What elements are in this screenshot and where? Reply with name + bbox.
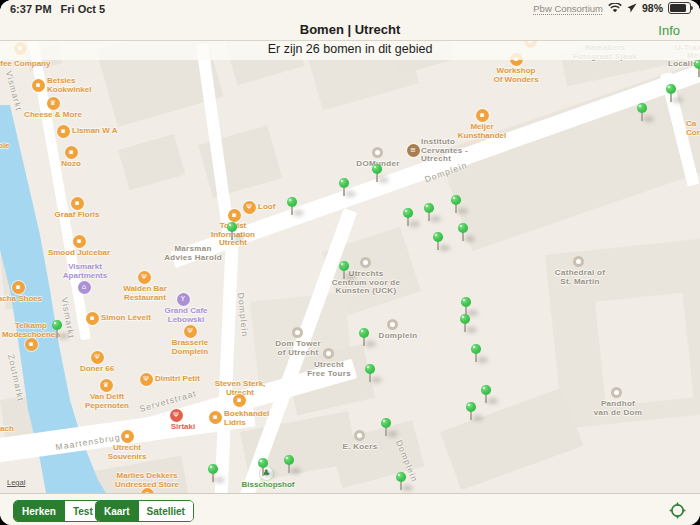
poi-e-koers-label: E. Koers bbox=[343, 443, 378, 452]
shopping-bag-icon: ▪ bbox=[12, 281, 25, 294]
restaurant-icon: Ψ bbox=[184, 325, 197, 338]
bottom-toolbar: Herken Test Kaart Satelliet bbox=[0, 493, 700, 525]
gray-donut-icon bbox=[360, 257, 371, 268]
poi-utrecht-free-tours-label: UtrechtFree Tours bbox=[307, 361, 351, 378]
poi-simon-levelt-label: Simon Lévelt bbox=[101, 314, 151, 323]
tree-pin[interactable] bbox=[284, 455, 294, 475]
tree-pin[interactable] bbox=[365, 364, 375, 384]
poi-marsman-advies-harold-label: MarsmanAdvies Harold bbox=[164, 245, 222, 262]
map-canvas[interactable]: VismarktVismarktZoutmarktMaartensbrugSer… bbox=[0, 40, 700, 493]
tree-pin[interactable] bbox=[694, 59, 700, 79]
bar-icon: Y bbox=[177, 293, 190, 306]
poi-van-delft-pepernoten-label: Van DelftPepernoten bbox=[85, 393, 129, 410]
map-type-segmented-control: Kaart Satelliet bbox=[95, 500, 194, 522]
legal-link[interactable]: Legal bbox=[7, 478, 25, 487]
location-arrow-icon bbox=[627, 3, 637, 13]
info-button[interactable]: Info bbox=[658, 23, 680, 38]
tree-pin[interactable] bbox=[227, 222, 237, 242]
poi-doner-66-label: Doner 66 bbox=[80, 365, 114, 374]
cafe-icon: ▪ bbox=[86, 312, 99, 325]
gray-donut-icon bbox=[323, 348, 334, 359]
tree-pin[interactable] bbox=[287, 197, 297, 217]
herken-button[interactable]: Herken bbox=[14, 501, 65, 521]
battery-icon bbox=[668, 2, 691, 14]
poi-pandhof-van-de-dom-label: Pandhofvan de Dom bbox=[594, 400, 642, 417]
tree-pin[interactable] bbox=[481, 385, 491, 405]
restaurant-icon: Ψ bbox=[170, 409, 183, 422]
shopping-bag-icon: ▪ bbox=[71, 197, 84, 210]
poi-loof-label: Loof bbox=[258, 203, 275, 212]
tree-pin[interactable] bbox=[460, 314, 470, 334]
gray-donut-icon bbox=[387, 319, 398, 330]
kaart-button[interactable]: Kaart bbox=[96, 501, 139, 521]
poi-nozo-label: Nozo bbox=[61, 160, 81, 169]
satelliet-button[interactable]: Satelliet bbox=[139, 501, 193, 521]
tree-pin[interactable] bbox=[451, 195, 461, 215]
gray-donut-icon bbox=[292, 327, 303, 338]
shopping-bag-icon: ▪ bbox=[65, 146, 78, 159]
status-bar: 6:37 PM Fri Oct 5 Pbw Consortium 98% bbox=[0, 0, 700, 20]
poi-domplein-square-label: Domplein bbox=[379, 332, 418, 341]
book-icon: ▪ bbox=[209, 411, 222, 424]
date: Fri Oct 5 bbox=[61, 3, 106, 15]
crown-icon: ♛ bbox=[47, 97, 60, 110]
battery-percent: 98% bbox=[642, 2, 663, 14]
ipad-screen: VismarktVismarktZoutmarktMaartensbrugSer… bbox=[0, 0, 700, 525]
recognize-test-segmented-control: Herken Test bbox=[13, 500, 102, 522]
poi-frag-ach-label: ach bbox=[0, 425, 14, 434]
tree-pin[interactable] bbox=[666, 84, 676, 104]
poi-brasserie-domplein-label: BrasserieDomplein bbox=[172, 339, 208, 356]
tree-pin[interactable] bbox=[424, 203, 434, 223]
tree-pin[interactable] bbox=[458, 223, 468, 243]
restaurant-icon: Ψ bbox=[91, 351, 104, 364]
gray-donut-icon bbox=[372, 147, 383, 158]
poi-graaf-floris-label: Graaf Floris bbox=[55, 211, 100, 220]
tree-pin[interactable] bbox=[359, 328, 369, 348]
tree-pin[interactable] bbox=[52, 320, 62, 340]
cafe-icon: ▪ bbox=[73, 235, 86, 248]
shopping-bag-icon: ▪ bbox=[476, 109, 489, 122]
locate-crosshair-icon[interactable] bbox=[669, 502, 686, 519]
shopping-bag-icon: ▪ bbox=[233, 394, 246, 407]
carrier-label: Pbw Consortium bbox=[533, 3, 603, 14]
shopping-bag-icon: ▪ bbox=[25, 338, 38, 351]
poi-cathedral-st-martin-label: Cathedral ofSt. Martin bbox=[555, 269, 605, 286]
museum-icon: ≡ bbox=[407, 144, 420, 157]
poi-bisschopshof-label: Bisschopshof bbox=[242, 481, 295, 490]
restaurant-icon: Ψ bbox=[140, 373, 153, 386]
gray-donut-icon bbox=[573, 256, 584, 267]
tree-pin[interactable] bbox=[339, 178, 349, 198]
tree-pin[interactable] bbox=[381, 418, 391, 438]
tree-pin[interactable] bbox=[403, 208, 413, 228]
tree-pin[interactable] bbox=[258, 458, 268, 478]
tree-pin[interactable] bbox=[372, 164, 382, 184]
navigation-bar: Bomen | Utrecht Info bbox=[0, 20, 700, 41]
poi-dimitri-petit-label: Dimitri Petit bbox=[155, 375, 200, 384]
poi-instituto-cervantes-label: InstitutoCervantes -Utrecht bbox=[421, 138, 468, 164]
crown-icon: ♛ bbox=[100, 379, 113, 392]
tree-pin[interactable] bbox=[433, 232, 443, 252]
tree-count-banner: Er zijn 26 bomen in dit gebied bbox=[0, 40, 700, 60]
bed-icon: ⌂ bbox=[78, 281, 91, 294]
tree-pin[interactable] bbox=[637, 103, 647, 123]
poi-workshop-of-wonders-label: WorkshopOf Wonders bbox=[493, 67, 538, 84]
poi-cheese-and-more-label: Cheese & More bbox=[24, 111, 82, 120]
gray-donut-icon bbox=[354, 430, 365, 441]
tree-pin[interactable] bbox=[339, 261, 349, 281]
tree-pin[interactable] bbox=[396, 472, 406, 492]
restaurant-icon: Ψ bbox=[243, 201, 256, 214]
tree-pin[interactable] bbox=[208, 464, 218, 484]
poi-dom-tower-label: Dom Towerof Utrecht bbox=[275, 340, 321, 357]
tree-pin[interactable] bbox=[471, 344, 481, 364]
clock: 6:37 PM bbox=[10, 3, 52, 15]
shopping-bag-icon: ▪ bbox=[228, 209, 241, 222]
poi-grand-cafe-lebowski-label: Grand CafeLebowski bbox=[164, 307, 207, 324]
page-title: Bomen | Utrecht bbox=[0, 22, 700, 37]
tree-pin[interactable] bbox=[466, 402, 476, 422]
shopping-bag-icon: ▪ bbox=[121, 430, 134, 443]
poi-boekhandel-lidris-label: BoekhandelLidris bbox=[224, 410, 269, 427]
shopping-bag-icon: ▪ bbox=[32, 79, 45, 92]
poi-lisman-w-a-label: Lisman W A bbox=[72, 127, 117, 136]
poi-betsies-kookwinkel-label: BetsiesKookwinkel bbox=[47, 77, 91, 94]
poi-frag-ble-label: ble bbox=[0, 142, 10, 151]
